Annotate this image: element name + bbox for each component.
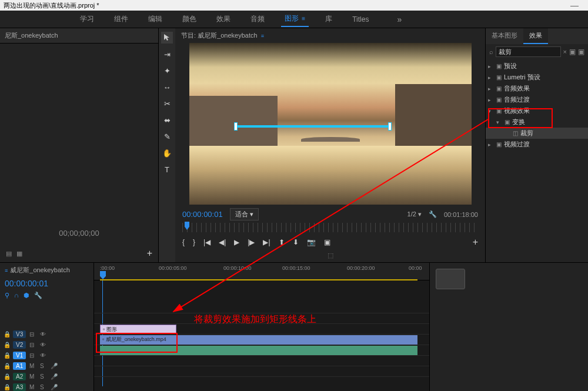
clear-search-icon[interactable]: × [563, 48, 567, 55]
lock-icon[interactable]: 🔒 [4, 342, 9, 348]
settings-icon[interactable]: 🔧 [429, 210, 437, 218]
eye-icon[interactable]: 👁 [40, 331, 47, 337]
graphics-template-thumb[interactable] [436, 269, 465, 289]
extract-button[interactable]: ⬇ [293, 238, 299, 246]
mute-icon[interactable]: M [29, 384, 36, 390]
clip-graphics[interactable]: ▫ 图形 [100, 325, 176, 334]
tree-node-audio-transitions[interactable]: ▸▣音频过渡 [486, 94, 588, 105]
zoom-fit-dropdown[interactable]: 适合 ▾ [230, 208, 259, 220]
solo-icon[interactable]: S [40, 373, 47, 380]
tree-node-video-effects[interactable]: ▾▣视频效果 [486, 105, 588, 116]
type-tool[interactable]: T [161, 163, 173, 175]
step-back-button[interactable]: ◀| [219, 238, 226, 246]
source-timecode[interactable]: 00;00;00;00 [0, 224, 158, 245]
timeline-timecode[interactable]: 00:00:00:01 [0, 278, 93, 289]
go-to-out-button[interactable]: ▶| [263, 238, 270, 246]
lock-icon[interactable]: 🔒 [4, 331, 9, 337]
track-select-tool[interactable]: ⇥ [161, 48, 173, 60]
toggle-output-icon[interactable]: ⊟ [29, 352, 36, 359]
razor-tool[interactable]: ✂ [161, 98, 173, 109]
snap-icon[interactable]: ⚲ [5, 292, 9, 299]
timeline-menu-icon[interactable]: ≡ [5, 268, 8, 273]
icon-view-icon[interactable]: ▦ [16, 250, 22, 258]
resolution-dropdown[interactable]: 1/2 ▾ [407, 210, 422, 218]
program-playhead[interactable] [185, 222, 189, 230]
rate-stretch-tool[interactable]: ↔ [161, 81, 173, 93]
program-time-ruler[interactable] [182, 223, 478, 232]
shape-rectangle-line[interactable] [236, 125, 389, 128]
track-header-a1[interactable]: 🔒A1MS🎤 [0, 360, 93, 371]
program-preview[interactable] [189, 43, 472, 205]
hand-tool[interactable]: ✋ [161, 147, 173, 159]
workspace-tab-audio[interactable]: 音频 [247, 12, 268, 26]
effects-search-input[interactable] [496, 46, 561, 57]
marker-icon[interactable]: ⬢ [24, 292, 29, 299]
timeline-playhead[interactable] [100, 271, 106, 279]
workspace-tab-library[interactable]: 库 [322, 12, 336, 26]
ripple-edit-tool[interactable]: ✦ [161, 65, 173, 76]
mute-icon[interactable]: M [29, 373, 36, 380]
program-timecode[interactable]: 00:00:00:01 [182, 210, 223, 219]
voice-over-icon[interactable]: 🎤 [51, 363, 58, 369]
source-panel-header[interactable]: 尼斯_onekeybatch [0, 28, 158, 44]
workspace-tab-assembly[interactable]: 组件 [111, 12, 132, 26]
shape-handle-right[interactable] [388, 122, 392, 131]
32bit-icon[interactable]: ▣ [578, 48, 584, 56]
lift-button[interactable]: ⬆ [279, 238, 285, 246]
mark-out-button[interactable]: } [193, 238, 195, 246]
panel-menu-icon[interactable]: ≡ [261, 33, 264, 39]
clip-video[interactable]: ▫ 威尼斯_onekeybatch.mp4 [100, 335, 417, 345]
tab-essential-graphics[interactable]: 基本图形 [486, 28, 523, 44]
lock-icon[interactable]: 🔒 [4, 373, 9, 380]
track-header-a2[interactable]: 🔒A2MS🎤 [0, 371, 93, 382]
workspace-tab-titles[interactable]: Titles [349, 13, 372, 26]
timeline-ruler[interactable]: :00:00 00:00:05:00 00:00:10:00 00:00:15:… [94, 263, 429, 280]
overflow-chevron-icon[interactable]: » [397, 15, 402, 24]
toggle-output-icon[interactable]: ⊟ [29, 342, 36, 348]
eye-icon[interactable]: 👁 [40, 342, 47, 348]
solo-icon[interactable]: S [40, 384, 47, 390]
pen-tool[interactable]: ✎ [161, 131, 173, 142]
timeline-tracks-area[interactable]: :00:00 00:00:05:00 00:00:10:00 00:00:15:… [94, 263, 429, 391]
lock-icon[interactable]: 🔒 [4, 384, 9, 390]
list-view-icon[interactable]: ▤ [6, 250, 12, 258]
go-to-in-button[interactable]: |◀ [203, 238, 211, 246]
track-header-v2[interactable]: 🔒V2⊟👁 [0, 339, 93, 350]
comparison-view-button[interactable]: ▣ [324, 238, 330, 246]
tree-node-video-transitions[interactable]: ▸▣视频过渡 [486, 139, 588, 150]
export-frame-button[interactable]: 📷 [307, 238, 316, 246]
clip-audio[interactable] [100, 346, 417, 355]
toggle-output-icon[interactable]: ⊟ [29, 331, 36, 337]
linked-selection-icon[interactable]: ∩ [14, 292, 19, 299]
tree-node-lumetri[interactable]: ▸▣Lumetri 预设 [486, 72, 588, 83]
eye-icon[interactable]: 👁 [40, 352, 47, 359]
tree-node-audio-effects[interactable]: ▸▣音频效果 [486, 83, 588, 94]
voice-over-icon[interactable]: 🎤 [51, 384, 58, 390]
step-forward-button[interactable]: |▶ [248, 238, 255, 246]
tab-effects[interactable]: 效果 [523, 28, 548, 44]
button-editor[interactable]: + [473, 237, 478, 248]
lock-icon[interactable]: 🔒 [4, 352, 9, 359]
workspace-tab-editing[interactable]: 编辑 [145, 12, 166, 26]
accelerated-effects-icon[interactable]: ▣ [569, 48, 576, 56]
selection-tool[interactable] [161, 32, 173, 44]
track-header-v1[interactable]: 🔒V1⊟👁 [0, 350, 93, 360]
tree-node-transform[interactable]: ▾▣变换 [486, 116, 588, 128]
mark-in-button[interactable]: { [182, 238, 185, 246]
settings-wrench-icon[interactable]: 🔧 [34, 292, 42, 299]
mute-icon[interactable]: M [29, 363, 36, 369]
lock-icon[interactable]: 🔒 [4, 363, 9, 369]
workspace-tab-color[interactable]: 颜色 [179, 12, 200, 26]
tree-node-crop-effect[interactable]: ◫裁剪 [486, 128, 588, 139]
workspace-tab-effects[interactable]: 效果 [213, 12, 234, 26]
slip-tool[interactable]: ⬌ [161, 114, 173, 126]
solo-icon[interactable]: S [40, 363, 47, 369]
track-header-v3[interactable]: 🔒V3⊟👁 [0, 329, 93, 339]
workspace-tab-graphics[interactable]: 图形 ≡ [281, 11, 309, 27]
shape-handle-left[interactable] [234, 122, 238, 131]
voice-over-icon[interactable]: 🎤 [51, 373, 58, 380]
minimize-icon[interactable]: — [570, 1, 579, 10]
workspace-tab-learn[interactable]: 学习 [76, 12, 98, 26]
safe-margins-icon[interactable]: ⬚ [328, 252, 333, 259]
play-button[interactable]: ▶ [234, 238, 239, 246]
